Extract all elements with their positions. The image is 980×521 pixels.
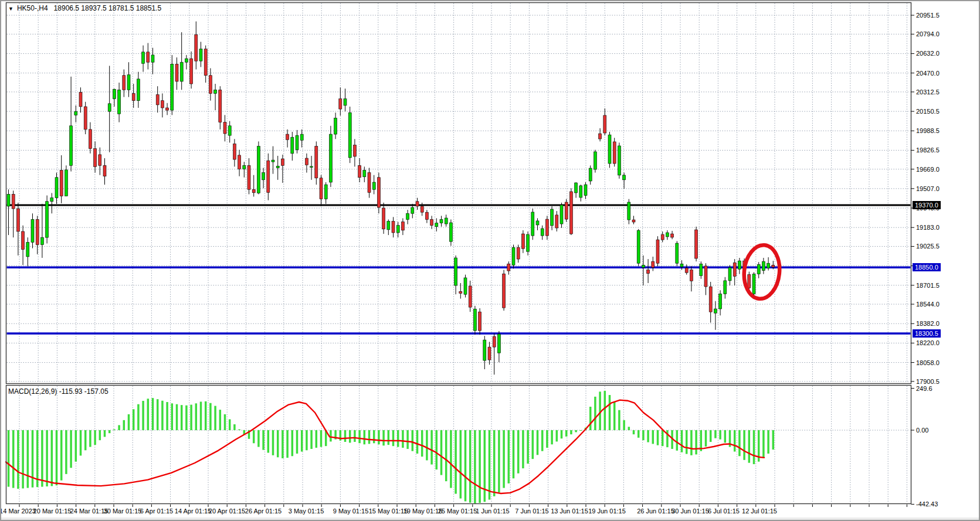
macd-histogram-bar (493, 430, 496, 496)
macd-histogram-bar (190, 405, 192, 430)
candle-body (252, 189, 255, 193)
date-tick-label: 7 Jun 01:15 (515, 508, 549, 515)
candle-body (459, 291, 462, 293)
annotation-circle[interactable] (741, 243, 782, 301)
candle-body (623, 175, 626, 180)
price-chart-canvas[interactable] (1, 1, 979, 520)
price-tick-label: 18544.0 (916, 301, 940, 308)
candle-body (455, 258, 457, 285)
candle-body (50, 198, 53, 202)
macd-tick-label: 0.00 (916, 427, 928, 434)
macd-histogram-bar (690, 430, 693, 455)
candle-body (488, 347, 491, 360)
macd-histogram-bar (474, 430, 476, 503)
macd-histogram-bar (618, 410, 620, 430)
macd-histogram-bar (253, 430, 255, 443)
macd-histogram-bar (753, 430, 755, 464)
macd-histogram-bar (517, 430, 520, 474)
macd-histogram-bar (171, 403, 174, 430)
macd-histogram-bar (272, 430, 274, 455)
price-tick-label: 18382.0 (916, 320, 940, 327)
candle-body (628, 202, 630, 220)
macd-histogram-bar (710, 430, 712, 442)
macd-histogram-bar (301, 430, 303, 452)
candle-body (300, 134, 303, 140)
candle-body (79, 92, 82, 107)
candle-body (276, 166, 279, 168)
candle-body (503, 274, 506, 308)
macd-histogram-bar (99, 430, 101, 440)
candle-body (353, 145, 356, 156)
macd-histogram-bar (224, 414, 226, 430)
symbol-dropdown-icon[interactable]: ▼ (8, 6, 13, 12)
candle-body (396, 226, 399, 233)
candle-body (103, 165, 106, 176)
macd-histogram-bar (642, 430, 645, 440)
candle-body (608, 135, 611, 164)
date-tick-label: 25 May 01:15 (438, 508, 477, 515)
macd-tick-label: 249.6 (916, 385, 932, 392)
candle-body (599, 134, 602, 139)
date-tick-label: 24 Mar 01:15 (70, 508, 108, 515)
macd-histogram-bar (594, 397, 596, 430)
candle-body (156, 94, 159, 104)
macd-histogram-bar (575, 430, 577, 432)
macd-histogram-bar (277, 430, 279, 457)
candle-body (16, 209, 19, 231)
macd-histogram-bar (541, 430, 544, 451)
macd-histogram-bar (489, 430, 491, 500)
candle-body (584, 185, 587, 195)
macd-histogram-bar (426, 430, 428, 460)
date-tick-label: 12 Jul 01:15 (742, 508, 777, 515)
candle-body (430, 219, 433, 225)
candle-body (401, 222, 404, 230)
candle-body (497, 334, 500, 353)
macd-histogram-bar (503, 430, 505, 488)
macd-histogram-bar (738, 430, 741, 456)
macd-histogram-bar (330, 430, 332, 441)
macd-histogram-bar (147, 399, 150, 430)
candle-body (238, 155, 241, 169)
candle-body (527, 234, 530, 251)
candle-body (223, 122, 226, 134)
candle-body (464, 278, 467, 294)
macd-histogram-bar (364, 430, 366, 444)
macd-histogram-bar (397, 430, 399, 447)
price-tick-label: 20150.5 (916, 108, 940, 115)
candle-body (22, 231, 25, 250)
macd-histogram-bar (118, 425, 120, 430)
date-tick-label: 6 Jul 01:15 (708, 508, 740, 515)
macd-histogram-bar (556, 430, 558, 441)
macd-histogram-bar (686, 430, 688, 454)
candle-body (70, 126, 73, 166)
macd-histogram-bar (589, 407, 592, 430)
symbol-period-label: HK50-,H4 (17, 4, 48, 12)
macd-histogram-bar (647, 430, 649, 442)
chart-window: ▼HK50-,H418906.5 18937.5 18781.5 18851.5… (0, 0, 980, 521)
macd-histogram-bar (373, 430, 375, 443)
macd-histogram-bar (445, 430, 447, 481)
macd-histogram-bar (460, 430, 462, 499)
macd-histogram-bar (546, 430, 548, 448)
price-tick-label: 20632.0 (916, 50, 940, 57)
candle-body (180, 62, 183, 81)
candle-body (661, 234, 664, 240)
date-tick-label: 30 Mar 01:15 (104, 508, 142, 515)
candle-body (60, 170, 63, 196)
macd-histogram-bar (430, 430, 433, 465)
macd-histogram-bar (580, 430, 582, 431)
macd-histogram-bar (123, 420, 126, 430)
candle-body (435, 223, 438, 227)
macd-histogram-bar (205, 401, 207, 430)
candle-body (421, 206, 423, 212)
candle-body (89, 130, 91, 149)
candle-body (642, 265, 645, 267)
macd-histogram-bar (46, 430, 48, 486)
candle-body (517, 247, 520, 259)
macd-histogram-bar (734, 430, 736, 452)
macd-histogram-bar (60, 430, 63, 481)
candle-body (118, 90, 121, 114)
date-tick-label: 30 Jun 01:15 (672, 508, 709, 515)
candle-body (46, 202, 49, 237)
candle-body (387, 222, 390, 230)
